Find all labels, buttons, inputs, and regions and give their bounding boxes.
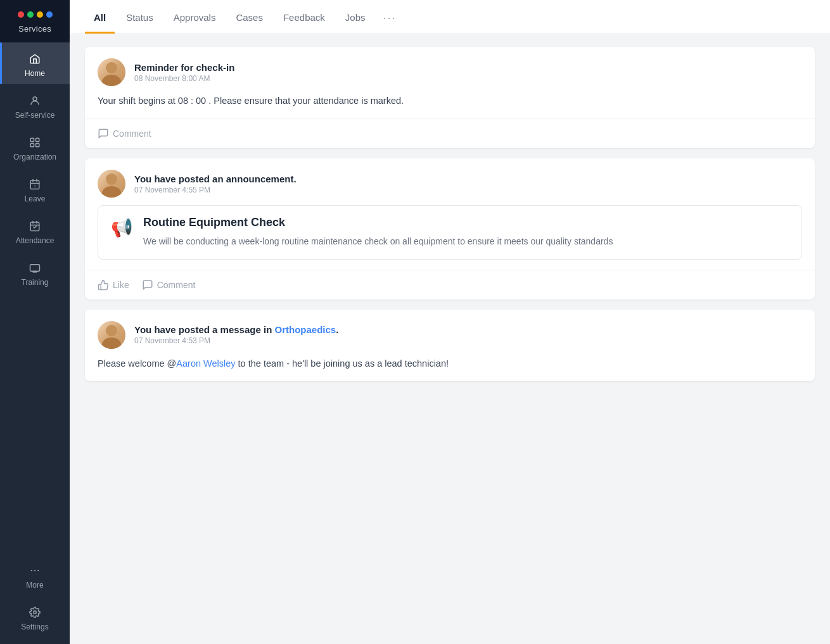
- svg-rect-1: [30, 138, 34, 141]
- announcement-title: Routine Equipment Check: [143, 216, 613, 229]
- leave-icon: 1: [27, 177, 42, 192]
- card-meta-1: Reminder for check-in 08 November 8:00 A…: [134, 62, 234, 83]
- card-time-1: 08 November 8:00 AM: [134, 74, 234, 83]
- card-title-1: Reminder for check-in: [134, 62, 234, 73]
- leave-label: Leave: [25, 194, 46, 203]
- sidebar-item-leave[interactable]: 1 Leave: [0, 168, 70, 210]
- self-service-label: Self-service: [15, 111, 55, 120]
- card-actions-2: Like Comment: [85, 270, 815, 300]
- sidebar-item-self-service[interactable]: Self-service: [0, 84, 70, 126]
- settings-icon: [27, 605, 42, 620]
- comment-icon-1: [98, 128, 109, 139]
- tabs-bar: All Status Approvals Cases Feedback Jobs…: [70, 0, 830, 34]
- comment-label-2: Comment: [157, 280, 196, 290]
- main-content: All Status Approvals Cases Feedback Jobs…: [70, 0, 830, 644]
- tab-cases[interactable]: Cases: [227, 1, 272, 34]
- active-bar: [0, 42, 2, 84]
- sidebar-bottom: More Settings: [0, 554, 70, 644]
- sidebar-item-organization[interactable]: Organization: [0, 126, 70, 168]
- avatar-img-3: [98, 321, 125, 349]
- svg-point-20: [34, 611, 37, 614]
- card-body-3: Please welcome @Aaron Welsley to the tea…: [85, 357, 815, 381]
- tab-jobs[interactable]: Jobs: [336, 1, 374, 34]
- card-announcement: You have posted an announcement. 07 Nove…: [85, 158, 815, 299]
- sidebar-top: Services: [0, 0, 70, 42]
- comment-button-2[interactable]: Comment: [142, 277, 196, 293]
- tab-status[interactable]: Status: [117, 1, 162, 34]
- card-time-2: 07 November 4:55 PM: [134, 186, 297, 194]
- tab-all[interactable]: All: [85, 1, 115, 34]
- announcement-content: Routine Equipment Check We will be condu…: [143, 216, 613, 248]
- app-name: Services: [18, 24, 51, 34]
- more-label: More: [26, 581, 43, 590]
- home-icon: [27, 51, 42, 66]
- dot-yellow: [37, 11, 43, 18]
- orthopaedics-link[interactable]: Orthopaedics: [274, 324, 336, 335]
- dot-green: [27, 11, 34, 18]
- card-body-1: Your shift begins at 08 : 00 . Please en…: [85, 94, 815, 118]
- attendance-label: Attendance: [16, 236, 54, 245]
- tab-feedback[interactable]: Feedback: [274, 1, 334, 34]
- card-time-3: 07 November 4:53 PM: [134, 336, 338, 345]
- like-label: Like: [113, 280, 129, 290]
- svg-rect-2: [36, 138, 39, 141]
- svg-text:1: 1: [34, 184, 36, 188]
- avatar-1: [98, 58, 125, 86]
- megaphone-icon: 📢: [111, 217, 133, 238]
- card-meta-3: You have posted a message in Orthopaedic…: [134, 324, 338, 345]
- svg-rect-14: [30, 265, 40, 272]
- comment-icon-2: [142, 279, 153, 291]
- sidebar: Services Home Self-service Organization: [0, 0, 70, 644]
- feed: Reminder for check-in 08 November 8:00 A…: [70, 34, 830, 644]
- avatar-3: [98, 321, 125, 349]
- org-icon: [27, 135, 42, 150]
- card-title-2: You have posted an announcement.: [134, 174, 297, 184]
- card-actions-1: Comment: [85, 118, 815, 148]
- comment-button-1[interactable]: Comment: [98, 125, 151, 142]
- sidebar-item-more[interactable]: More: [0, 554, 70, 596]
- svg-point-19: [37, 570, 39, 571]
- dot-red: [18, 11, 24, 18]
- avatar-img-1: [98, 58, 125, 86]
- card-meta-2: You have posted an announcement. 07 Nove…: [134, 174, 297, 194]
- sidebar-item-settings[interactable]: Settings: [0, 596, 70, 638]
- settings-label: Settings: [21, 622, 48, 631]
- svg-point-18: [34, 570, 35, 571]
- svg-rect-4: [36, 144, 39, 147]
- announcement-inner-card: 📢 Routine Equipment Check We will be con…: [98, 205, 802, 259]
- card-header-2: You have posted an announcement. 07 Nove…: [85, 158, 815, 205]
- sidebar-item-training[interactable]: Training: [0, 251, 70, 293]
- comment-label-1: Comment: [113, 129, 151, 139]
- card-title-3: You have posted a message in Orthopaedic…: [134, 324, 338, 335]
- sidebar-item-home[interactable]: Home: [0, 42, 70, 84]
- person-icon: [27, 93, 42, 108]
- training-label: Training: [22, 278, 49, 287]
- sidebar-nav: Home Self-service Organization 1 Leave: [0, 42, 70, 554]
- avatar-img-2: [98, 170, 125, 198]
- avatar-2: [98, 170, 125, 198]
- sidebar-item-attendance[interactable]: Attendance: [0, 210, 70, 251]
- training-icon: [27, 260, 42, 275]
- svg-point-0: [33, 97, 37, 101]
- app-dots: [18, 11, 53, 18]
- card-reminder: Reminder for check-in 08 November 8:00 A…: [85, 47, 815, 148]
- aaron-welsley-link[interactable]: Aaron Welsley: [176, 358, 235, 369]
- organization-label: Organization: [13, 153, 56, 161]
- tab-more[interactable]: ···: [377, 0, 403, 34]
- attendance-icon: [27, 218, 42, 234]
- svg-rect-3: [30, 144, 34, 147]
- like-button[interactable]: Like: [98, 277, 129, 293]
- card-header-1: Reminder for check-in 08 November 8:00 A…: [85, 47, 815, 94]
- card-header-3: You have posted a message in Orthopaedic…: [85, 310, 815, 357]
- svg-rect-10: [30, 222, 39, 231]
- card-message: You have posted a message in Orthopaedic…: [85, 310, 815, 381]
- svg-point-17: [31, 570, 32, 571]
- announcement-text: We will be conducting a week-long routin…: [143, 234, 613, 248]
- like-icon: [98, 279, 109, 291]
- more-icon: [27, 563, 42, 578]
- home-label: Home: [25, 69, 45, 78]
- dot-blue: [46, 11, 53, 18]
- tab-approvals[interactable]: Approvals: [165, 1, 225, 34]
